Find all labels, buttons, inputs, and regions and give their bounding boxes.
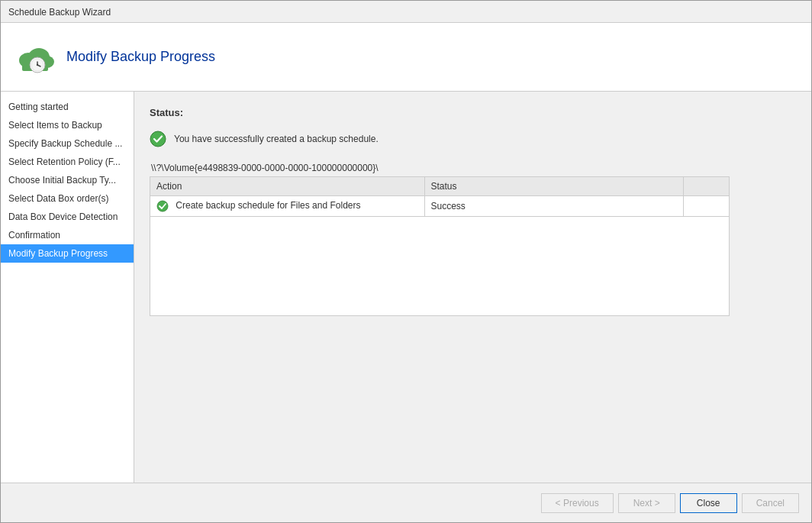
previous-button[interactable]: < Previous: [541, 493, 614, 513]
table-row: Create backup schedule for Files and Fol…: [150, 196, 730, 217]
success-text: You have successfully created a backup s…: [174, 134, 379, 144]
svg-point-8: [37, 63, 38, 65]
table-empty-row: [150, 217, 730, 316]
page-title: Modify Backup Progress: [66, 49, 215, 65]
column-status: Status: [424, 177, 684, 196]
action-text: Create backup schedule for Files and Fol…: [176, 200, 360, 211]
sidebar-item-modify-progress[interactable]: Modify Backup Progress: [1, 244, 134, 263]
window: Schedule Backup Wizard Modify Backup Pro…: [0, 0, 812, 523]
window-title: Schedule Backup Wizard: [8, 7, 111, 18]
table-cell-extra: [684, 196, 730, 217]
status-label: Status:: [150, 107, 796, 118]
next-button[interactable]: Next >: [618, 493, 675, 513]
close-button[interactable]: Close: [680, 493, 737, 513]
table-cell-action: Create backup schedule for Files and Fol…: [150, 196, 425, 217]
sidebar-item-select-databox[interactable]: Select Data Box order(s): [1, 189, 134, 208]
cancel-button[interactable]: Cancel: [742, 493, 799, 513]
main-content: Getting started Select Items to Backup S…: [1, 92, 811, 483]
table-cell-status: Success: [424, 196, 684, 217]
sidebar-item-specify-schedule[interactable]: Specify Backup Schedule ...: [1, 134, 134, 153]
sidebar-item-select-items[interactable]: Select Items to Backup: [1, 116, 134, 134]
sidebar-item-select-retention[interactable]: Select Retention Policy (F...: [1, 153, 134, 171]
sidebar-item-databox-detection[interactable]: Data Box Device Detection: [1, 208, 134, 226]
row-success-icon: [156, 200, 169, 212]
column-extra: [684, 177, 730, 196]
sidebar: Getting started Select Items to Backup S…: [1, 92, 134, 483]
success-message-row: You have successfully created a backup s…: [150, 131, 796, 147]
results-table: Action Status: [150, 176, 730, 316]
content-area: Status: You have successfully created a …: [134, 92, 811, 483]
sidebar-item-confirmation[interactable]: Confirmation: [1, 226, 134, 244]
column-action: Action: [150, 177, 425, 196]
footer: < Previous Next > Close Cancel: [1, 483, 811, 522]
sidebar-item-choose-initial[interactable]: Choose Initial Backup Ty...: [1, 171, 134, 189]
title-bar: Schedule Backup Wizard: [1, 1, 811, 23]
volume-path: \\?\Volume{e4498839-0000-0000-0000-10000…: [151, 163, 796, 173]
success-icon: [150, 131, 166, 147]
sidebar-item-getting-started[interactable]: Getting started: [1, 98, 134, 116]
header-area: Modify Backup Progress: [1, 23, 811, 92]
backup-wizard-icon: [13, 36, 56, 79]
svg-point-9: [150, 131, 166, 147]
